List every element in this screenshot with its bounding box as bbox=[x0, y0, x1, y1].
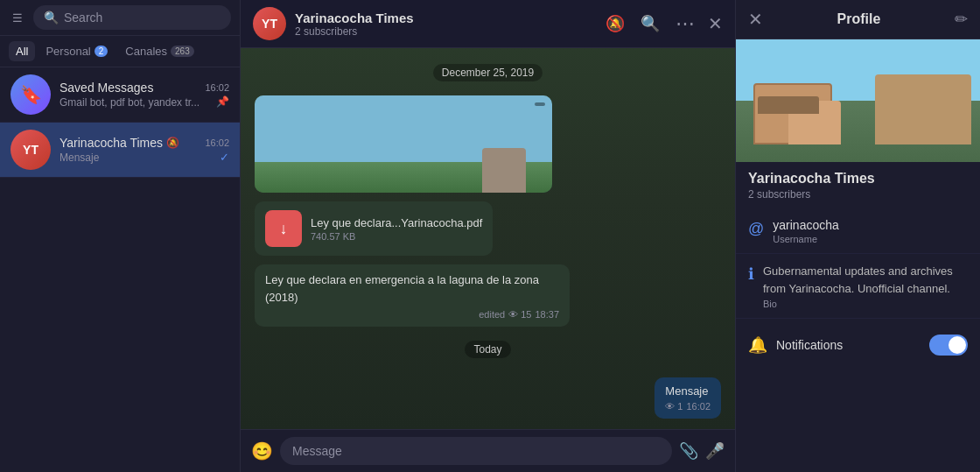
at-icon: @ bbox=[748, 220, 764, 238]
msg-time-sent: 16:02 bbox=[686, 401, 710, 412]
profile-channel-name: Yarinacocha Times bbox=[748, 171, 968, 187]
profile-panel: ✕ Profile ✏ Yarinacocha Times 2 subscrib… bbox=[735, 0, 980, 472]
date-badge: December 25, 2019 bbox=[433, 64, 542, 81]
image-date-overlay bbox=[535, 102, 545, 106]
chat-item-saved[interactable]: 🔖 Saved Messages 16:02 Gmail bot, pdf bo… bbox=[0, 67, 240, 123]
bookmark-icon: 🔖 bbox=[20, 84, 42, 105]
search-top-icon: 🔍 bbox=[640, 15, 660, 32]
chat-preview-saved: Gmail bot, pdf bot, yandex tr... bbox=[60, 96, 200, 109]
close-button[interactable]: ✕ bbox=[708, 13, 723, 34]
chat-top-bar: YT Yarinacocha Times 2 subscribers 🔕 🔍 ⋯… bbox=[241, 0, 735, 48]
tab-canales-badge: 263 bbox=[171, 46, 194, 57]
message-sent: Mensaje 👁 1 16:02 bbox=[654, 377, 721, 419]
search-input[interactable] bbox=[64, 11, 220, 25]
emoji-icon: 😊 bbox=[251, 441, 273, 461]
attach-button[interactable]: 📎 bbox=[679, 441, 698, 461]
hamburger-icon: ☰ bbox=[12, 11, 23, 25]
notifications-row: 🔔 Notifications bbox=[736, 324, 980, 366]
chat-top-avatar: YT bbox=[253, 7, 286, 40]
avatar-saved: 🔖 bbox=[10, 74, 51, 115]
profile-close-icon: ✕ bbox=[748, 10, 763, 29]
tab-canales[interactable]: Canales 263 bbox=[118, 41, 200, 61]
profile-close-button[interactable]: ✕ bbox=[748, 9, 763, 30]
tab-all-label: All bbox=[16, 45, 28, 58]
chat-info-yarinacocha: Yarinacocha Times 🔕 16:02 Mensaje ✓ bbox=[60, 136, 229, 164]
tab-all[interactable]: All bbox=[9, 41, 35, 61]
profile-banner-image bbox=[736, 39, 980, 162]
download-icon: ↓ bbox=[280, 220, 288, 238]
file-icon-box: ↓ bbox=[265, 210, 302, 247]
bell-off-icon: 🔕 bbox=[606, 15, 625, 32]
file-info: Ley que declara...Yarinacocha.pdf 740.57… bbox=[311, 216, 482, 242]
message-image bbox=[255, 95, 552, 193]
mic-button[interactable]: 🎤 bbox=[705, 441, 724, 461]
date-divider-today: Today bbox=[255, 341, 721, 358]
chat-time-yn: 16:02 bbox=[205, 137, 229, 148]
message-file: ↓ Ley que declara...Yarinacocha.pdf 740.… bbox=[255, 201, 493, 256]
profile-info-list: @ yarinacocha Username ℹ Gubernamental u… bbox=[736, 204, 980, 324]
msg-views-sent: 👁 1 bbox=[665, 401, 682, 412]
info-icon: ℹ bbox=[748, 264, 754, 284]
msg-time-text: 18:37 bbox=[535, 309, 559, 320]
yn-name-icons: Yarinacocha Times 🔕 bbox=[60, 136, 179, 150]
input-bar: 😊 📎 🎤 bbox=[241, 429, 735, 472]
bio-label: Bio bbox=[763, 299, 968, 309]
sidebar: ☰ 🔍 All Personal 2 Canales 263 🔖 Saved bbox=[0, 0, 241, 472]
tabs-bar: All Personal 2 Canales 263 bbox=[0, 36, 240, 67]
chat-time-saved: 16:02 bbox=[205, 82, 229, 93]
username-value: yarinacocha bbox=[773, 218, 968, 232]
profile-name-bar: Yarinacocha Times 2 subscribers bbox=[736, 162, 980, 204]
today-badge: Today bbox=[465, 341, 510, 358]
chat-top-name: Yarinacocha Times bbox=[295, 11, 593, 25]
close-icon: ✕ bbox=[708, 14, 723, 33]
search-box: 🔍 bbox=[33, 5, 231, 30]
profile-bio-item: ℹ Gubernamental updates and archives fro… bbox=[736, 254, 980, 319]
message-text: Ley que declara en emergencia a la lagun… bbox=[255, 264, 570, 327]
profile-subscribers: 2 subscribers bbox=[748, 188, 968, 201]
chat-name-row-yn: Yarinacocha Times 🔕 16:02 bbox=[60, 136, 229, 150]
notifications-bell-icon: 🔔 bbox=[748, 335, 767, 355]
notifications-toggle[interactable] bbox=[929, 335, 968, 356]
chat-list: 🔖 Saved Messages 16:02 Gmail bot, pdf bo… bbox=[0, 67, 240, 423]
tab-personal-badge: 2 bbox=[94, 46, 108, 57]
muted-icon: 🔕 bbox=[166, 137, 179, 149]
top-bar-actions: 🔕 🔍 ⋯ bbox=[602, 11, 699, 37]
search-button[interactable]: 🔍 bbox=[637, 11, 663, 37]
chat-item-yarinacocha[interactable]: YT Yarinacocha Times 🔕 16:02 Mensaje ✓ bbox=[0, 123, 240, 178]
chat-top-subscribers: 2 subscribers bbox=[295, 25, 593, 38]
tab-personal[interactable]: Personal 2 bbox=[38, 41, 115, 61]
eye-icon-3: 👁 bbox=[665, 401, 675, 412]
bell-off-button[interactable]: 🔕 bbox=[602, 11, 628, 37]
emoji-button[interactable]: 😊 bbox=[251, 440, 273, 461]
profile-title: Profile bbox=[837, 11, 881, 27]
check-icon-yn: ✓ bbox=[220, 151, 229, 164]
hamburger-button[interactable]: ☰ bbox=[9, 8, 26, 28]
message-input[interactable] bbox=[280, 437, 672, 465]
msg-meta-text: edited 👁 15 18:37 bbox=[265, 309, 559, 320]
file-name: Ley que declara...Yarinacocha.pdf bbox=[311, 216, 482, 229]
eye-icon-2: 👁 bbox=[508, 309, 518, 320]
messages-area: December 25, 2019 Wikipedia Distrito de … bbox=[241, 48, 735, 429]
profile-edit-button[interactable]: ✏ bbox=[955, 10, 968, 29]
date-divider-december: December 25, 2019 bbox=[255, 64, 721, 81]
profile-header: ✕ Profile ✏ bbox=[736, 0, 980, 39]
chat-info-saved: Saved Messages 16:02 Gmail bot, pdf bot,… bbox=[60, 81, 229, 109]
attach-icon: 📎 bbox=[679, 442, 698, 460]
more-button[interactable]: ⋯ bbox=[672, 11, 699, 37]
username-content: yarinacocha Username bbox=[773, 218, 968, 244]
profile-banner bbox=[736, 39, 980, 162]
search-icon: 🔍 bbox=[44, 11, 59, 25]
bio-content: Gubernamental updates and archives from … bbox=[763, 263, 968, 309]
profile-username-item: @ yarinacocha Username bbox=[736, 209, 980, 254]
tab-canales-label: Canales bbox=[125, 45, 167, 58]
msg-views-text: 👁 15 bbox=[508, 309, 531, 320]
more-icon: ⋯ bbox=[676, 12, 696, 34]
chat-main: YT Yarinacocha Times 2 subscribers 🔕 🔍 ⋯… bbox=[241, 0, 735, 472]
avatar-yn-letters: YT bbox=[23, 143, 38, 157]
profile-edit-icon: ✏ bbox=[955, 11, 968, 28]
tab-personal-label: Personal bbox=[46, 45, 90, 58]
msg-text: Ley que declara en emergencia a la lagun… bbox=[265, 271, 559, 306]
avatar-yarinacocha: YT bbox=[10, 130, 51, 170]
pin-icon: 📌 bbox=[216, 95, 229, 108]
message-image-wiki: Wikipedia Distrito de Yarinacocha Yarina… bbox=[255, 95, 552, 193]
